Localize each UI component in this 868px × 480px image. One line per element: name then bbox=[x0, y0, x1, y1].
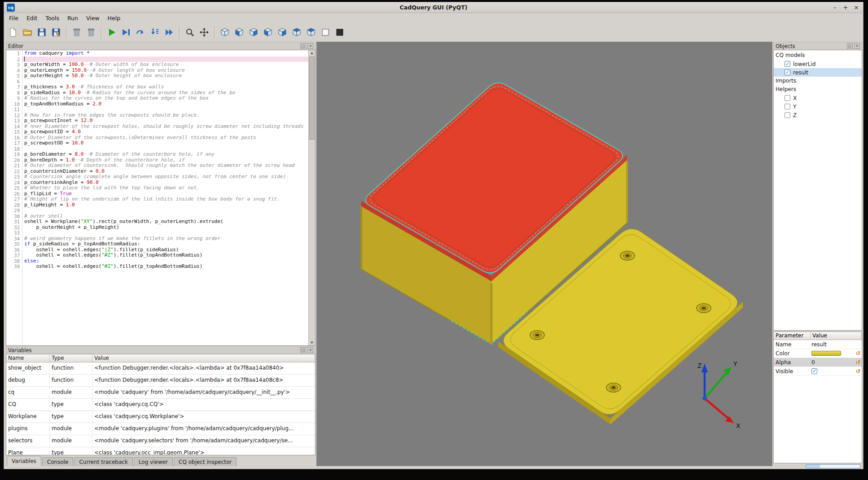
cube-left-icon bbox=[263, 27, 273, 38]
view-shaded-button[interactable] bbox=[333, 26, 346, 39]
parameter-name: Color bbox=[774, 350, 811, 357]
parameter-text-value[interactable]: result bbox=[811, 341, 827, 348]
editor-scrollbar[interactable]: ▲ ▼ bbox=[308, 50, 315, 345]
tree-item-y[interactable]: Y bbox=[774, 102, 862, 111]
column-header-name[interactable]: Name bbox=[6, 354, 50, 362]
code-area[interactable]: from cadquery import *p_outerWidth = 100… bbox=[22, 50, 308, 345]
close-panel-icon[interactable]: × bbox=[854, 43, 860, 49]
column-header-value[interactable]: Value bbox=[92, 354, 315, 362]
run-script-button[interactable] bbox=[105, 26, 118, 39]
column-header-parameter[interactable]: Parameter bbox=[774, 332, 811, 340]
view-wireframe-button[interactable] bbox=[319, 26, 332, 39]
checkbox-unchecked[interactable] bbox=[785, 104, 790, 109]
checkbox-checked[interactable]: ✓ bbox=[785, 70, 790, 75]
tab-log-viewer[interactable]: Log viewer bbox=[134, 457, 173, 466]
stepinto-icon bbox=[149, 27, 160, 38]
close-panel-icon[interactable]: × bbox=[307, 43, 313, 49]
zoom-to-fit-button[interactable] bbox=[183, 26, 197, 39]
tree-item-x[interactable]: X bbox=[774, 94, 862, 102]
tree-group-cq-models[interactable]: CQ models bbox=[774, 51, 862, 60]
new-file-button[interactable] bbox=[6, 26, 20, 39]
checkbox-unchecked[interactable] bbox=[785, 112, 790, 118]
step-over-button[interactable] bbox=[134, 26, 147, 39]
play-icon bbox=[106, 27, 117, 38]
view-top-button[interactable] bbox=[290, 26, 303, 39]
variable-row-show_object[interactable]: show_objectfunction<function Debugger.re… bbox=[6, 362, 315, 375]
maximize-button[interactable]: + bbox=[842, 4, 850, 12]
variables-panel: Variables □ × NameTypeValue show_objectf… bbox=[6, 346, 316, 455]
line-number: 10 bbox=[6, 101, 20, 107]
reset-parameter-icon[interactable]: ↺ bbox=[855, 359, 862, 366]
variable-cell: <function Debugger.render.<locals>.<lamb… bbox=[92, 375, 315, 386]
parameter-row-alpha[interactable]: Alpha0↺ bbox=[774, 358, 862, 367]
float-panel-icon[interactable]: □ bbox=[300, 347, 306, 353]
tab-cq-object-inspector[interactable]: CQ object inspector bbox=[174, 457, 237, 466]
debug-script-button[interactable] bbox=[119, 26, 133, 39]
parameter-row-name[interactable]: Nameresult bbox=[774, 340, 862, 349]
variable-cell: plugins bbox=[6, 423, 50, 435]
3d-viewport[interactable]: Z Y X bbox=[316, 42, 772, 466]
parameter-row-color[interactable]: Color↺ bbox=[774, 349, 862, 358]
checkbox-checked[interactable]: ✓ bbox=[785, 61, 790, 67]
scroll-up-icon[interactable]: ▲ bbox=[309, 50, 315, 56]
save-file-button[interactable] bbox=[35, 26, 48, 39]
continue-execution-button[interactable] bbox=[162, 26, 176, 39]
variable-row-selectors[interactable]: selectorsmodule<module 'cadquery.selecto… bbox=[6, 435, 315, 447]
variable-row-Workplane[interactable]: Workplanetype<class 'cadquery.cq.Workpla… bbox=[6, 411, 315, 423]
view-right-button[interactable] bbox=[276, 26, 289, 39]
tree-item-result[interactable]: ✓result bbox=[774, 68, 862, 77]
checkbox-checked[interactable]: ✓ bbox=[811, 368, 817, 374]
title-bar[interactable]: cq CadQuery GUI (PyQT) – + × bbox=[4, 2, 863, 13]
parameter-row-visible[interactable]: Visible✓↺ bbox=[774, 367, 862, 376]
scrollbar-thumb[interactable] bbox=[309, 57, 315, 140]
reset-parameter-icon[interactable]: ↺ bbox=[855, 368, 862, 375]
tree-group-imports[interactable]: Imports bbox=[774, 77, 862, 85]
variable-row-debug[interactable]: debugfunction<function Debugger.render.<… bbox=[6, 375, 315, 387]
code-line: oshell = oshell.edges("#Z").fillet(p_top… bbox=[24, 264, 308, 270]
scroll-down-icon[interactable]: ▼ bbox=[309, 340, 315, 345]
tree-item-label: Z bbox=[793, 112, 797, 118]
minimize-button[interactable]: – bbox=[831, 4, 839, 12]
tab-current-traceback[interactable]: Current traceback bbox=[74, 457, 132, 466]
float-panel-icon[interactable]: □ bbox=[847, 43, 853, 49]
toolbar-separator bbox=[101, 26, 102, 39]
folder-icon bbox=[22, 27, 33, 38]
variable-row-cq[interactable]: cqmodule<module 'cadquery' from '/home/a… bbox=[6, 387, 315, 399]
checkbox-unchecked[interactable] bbox=[785, 95, 790, 101]
save-as-button[interactable] bbox=[49, 26, 63, 39]
close-button[interactable]: × bbox=[852, 4, 860, 12]
parameter-text-value[interactable]: 0 bbox=[811, 359, 815, 366]
view-front-button[interactable] bbox=[232, 26, 246, 39]
variable-row-Plane[interactable]: Planetype<class 'cadquery.occ_impl.geom.… bbox=[6, 447, 315, 455]
variable-row-plugins[interactable]: pluginsmodule<module 'cadquery.plugins' … bbox=[6, 423, 315, 435]
view-bottom-button[interactable] bbox=[304, 26, 318, 39]
menu-help[interactable]: Help bbox=[104, 14, 125, 22]
tab-variables[interactable]: Variables bbox=[7, 456, 41, 466]
menu-view[interactable]: View bbox=[82, 14, 104, 22]
clear-objects-button[interactable] bbox=[84, 26, 98, 39]
menu-run[interactable]: Run bbox=[63, 14, 82, 22]
color-swatch[interactable] bbox=[811, 351, 841, 356]
variable-row-CQ[interactable]: CQtype<class 'cadquery.cq.CQ'> bbox=[6, 399, 315, 411]
open-file-button[interactable] bbox=[21, 26, 34, 39]
tree-group-helpers[interactable]: Helpers bbox=[774, 85, 862, 94]
tab-console[interactable]: Console bbox=[42, 457, 74, 466]
fit-all-button[interactable] bbox=[197, 26, 211, 39]
close-panel-icon[interactable]: × bbox=[307, 347, 313, 353]
step-into-button[interactable] bbox=[148, 26, 162, 39]
toolbar-separator bbox=[179, 26, 180, 39]
reset-parameter-icon[interactable]: ↺ bbox=[855, 350, 862, 357]
tree-item-lowerlid[interactable]: ✓lowerLid bbox=[774, 60, 862, 68]
column-header-type[interactable]: Type bbox=[50, 354, 92, 362]
delete-object-button[interactable] bbox=[70, 26, 83, 39]
float-panel-icon[interactable]: □ bbox=[300, 43, 306, 49]
view-iso-button[interactable] bbox=[218, 26, 232, 39]
view-back-button[interactable] bbox=[247, 26, 260, 39]
tree-item-z[interactable]: Z bbox=[774, 111, 862, 119]
menu-file[interactable]: File bbox=[5, 14, 22, 22]
code-editor[interactable]: 1234567891011121314151617181920212223242… bbox=[6, 50, 316, 346]
menu-tools[interactable]: Tools bbox=[41, 14, 63, 22]
column-header-value[interactable]: Value bbox=[811, 332, 862, 340]
menu-edit[interactable]: Edit bbox=[22, 14, 41, 22]
view-left-button[interactable] bbox=[261, 26, 275, 39]
